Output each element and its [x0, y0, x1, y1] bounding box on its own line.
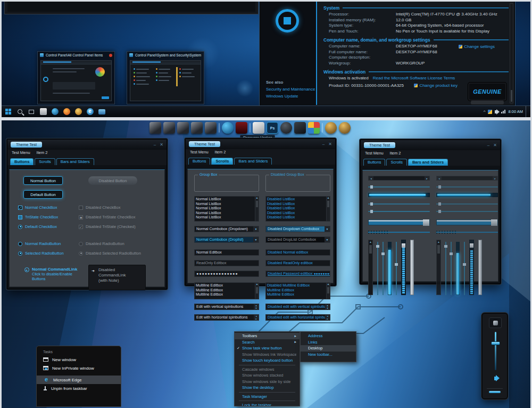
scrollbar-thumb[interactable]: [256, 201, 258, 207]
context-menu-item[interactable]: Task Manager: [235, 394, 300, 400]
context-menu-item[interactable]: Show windows side by side: [235, 379, 300, 385]
tab-scrolls[interactable]: Scrolls: [35, 158, 55, 165]
menu-test-menu[interactable]: Test Menu: [190, 150, 209, 156]
search-button[interactable]: [16, 108, 23, 116]
radio-selected[interactable]: Selected RadioButton: [18, 251, 64, 256]
context-menu-item[interactable]: Lock the taskbar: [235, 402, 300, 406]
listbox-normal[interactable]: Normal ListBoxNormal ListBoxNormal ListB…: [194, 196, 259, 222]
link-windows-update[interactable]: Windows Update: [266, 93, 315, 100]
checkbox-tristate[interactable]: TriState CheckBox: [18, 215, 58, 219]
scrollbar-thumb[interactable]: [511, 90, 512, 102]
jumplist-unpin[interactable]: Unpin from taskbar: [37, 384, 121, 393]
multiline-editbox[interactable]: Multiline EditboxMultiline EditboxMultil…: [194, 282, 259, 299]
editbox-password[interactable]: ●●●●●●●●●●●●●●●: [194, 271, 259, 277]
context-menu-item[interactable]: Show touch keyboard button: [235, 357, 300, 364]
context-menu-item[interactable]: Show windows stacked: [235, 372, 300, 379]
commandlink-normal[interactable]: ▸ Normal CommandLink Click to disable/En…: [32, 267, 85, 281]
mixer-link[interactable]: [487, 388, 503, 395]
tick-slider[interactable]: [368, 230, 430, 234]
checkbox-default[interactable]: Default CheckBox: [18, 224, 57, 229]
close-button[interactable]: ✕: [328, 142, 332, 146]
vertical-slider[interactable]: [383, 242, 384, 295]
context-menu-item[interactable]: [239, 401, 295, 401]
dock-icon[interactable]: Ps: [267, 122, 278, 134]
change-product-key-link[interactable]: Change product key: [414, 83, 458, 89]
start-button[interactable]: [4, 108, 12, 116]
slider[interactable]: [368, 211, 430, 212]
horizontal-scrollbar[interactable]: ◂▸: [368, 176, 430, 181]
normal-button[interactable]: Normal Button: [23, 176, 63, 185]
context-menu-item[interactable]: Toolbars ▸: [235, 333, 300, 339]
scrollbar-thumb[interactable]: [256, 287, 258, 293]
chevron-down-icon[interactable]: ▼: [253, 226, 259, 232]
dock-icon[interactable]: [339, 122, 351, 134]
dock-icon[interactable]: [219, 123, 220, 133]
taskbar-thumbnail-2[interactable]: Control Panel\System and Security\System: [127, 51, 204, 104]
scrollbar[interactable]: ▲: [255, 197, 259, 221]
jumplist-new-inprivate[interactable]: New InPrivate window: [37, 364, 121, 372]
link-security-maintenance[interactable]: Security and Maintenance: [266, 86, 315, 93]
close-button[interactable]: ✕: [493, 143, 497, 148]
taskbar-app-firefox[interactable]: [63, 108, 70, 116]
listbox-item[interactable]: Normal ListBox: [196, 215, 257, 220]
submenu-item[interactable]: Address: [301, 333, 356, 339]
dock-icon[interactable]: [191, 122, 203, 134]
dock-icon[interactable]: [294, 122, 306, 134]
close-button[interactable]: ✕: [160, 143, 163, 147]
spinner-buttons[interactable]: ◂▸: [254, 315, 259, 320]
titlebar[interactable]: Theme Test –✕: [361, 140, 500, 150]
context-menu-item[interactable]: Search ▸: [235, 339, 300, 346]
context-menu-item[interactable]: ✓ Show task view button: [235, 345, 300, 352]
spin-edit-vertical[interactable]: Edit with vertical spinbuttons▲▼: [194, 304, 259, 310]
scrollbar[interactable]: [510, 3, 513, 103]
dock-icon[interactable]: [280, 122, 292, 134]
volume-slider-thumb[interactable]: [491, 341, 500, 345]
license-terms-link[interactable]: Read the Microsoft Software License Term…: [373, 76, 455, 81]
taskbar-app-3[interactable]: [74, 108, 82, 116]
tab-bars-sliders[interactable]: Bars and Sliders: [234, 158, 272, 165]
tab-buttons[interactable]: Buttons: [188, 158, 210, 165]
jumplist-new-window[interactable]: New window: [37, 355, 121, 364]
checkbox-normal[interactable]: ✓Normal CheckBox: [18, 205, 57, 210]
change-settings-link[interactable]: Change settings: [459, 44, 495, 49]
context-menu-item[interactable]: [239, 392, 295, 393]
show-desktop-button[interactable]: [526, 106, 528, 118]
submenu-item[interactable]: Desktop: [301, 345, 356, 352]
context-menu-item[interactable]: [239, 365, 295, 365]
menu-item-2[interactable]: Item 2: [390, 151, 401, 157]
dock-icon[interactable]: [308, 122, 320, 134]
submenu-item[interactable]: Links: [301, 339, 356, 346]
listbox-item[interactable]: Normal ListBox: [196, 202, 257, 207]
tab-scrolls[interactable]: Scrolls: [211, 158, 233, 165]
tab-bars-sliders[interactable]: Bars and Sliders: [56, 158, 94, 165]
minimize-button[interactable]: –: [487, 143, 489, 148]
radio-normal[interactable]: Normal RadioButton: [18, 241, 61, 246]
taskbar-thumbnail-1[interactable]: Control Panel\All Control Panel Items: [37, 51, 115, 104]
combobox-dropdown[interactable]: Normal Combobox (Dropdown)▼: [194, 226, 259, 232]
dock-icon[interactable]: [322, 123, 323, 133]
dock-icon[interactable]: [205, 122, 217, 134]
taskbar-app-2[interactable]: [51, 108, 59, 116]
volume-device-button[interactable]: [489, 317, 502, 328]
dock-icon[interactable]: [236, 122, 247, 134]
context-menu-item[interactable]: Show the desktop: [235, 385, 300, 391]
scrollbar-thumb[interactable]: [369, 245, 372, 254]
dock-icon[interactable]: [149, 122, 161, 134]
dock-icon[interactable]: [325, 122, 337, 134]
taskbar-app-1[interactable]: [39, 108, 47, 116]
jumplist-app[interactable]: eMicrosoft Edge: [37, 376, 121, 384]
menu-test-menu[interactable]: Test Menu: [12, 150, 30, 157]
task-view-button[interactable]: [28, 108, 35, 116]
dock-icon[interactable]: [222, 122, 234, 134]
taskbar-app-folder[interactable]: [98, 108, 105, 116]
titlebar[interactable]: Theme Test –✕: [7, 140, 167, 150]
volume-mute-button[interactable]: [490, 373, 501, 383]
close-icon[interactable]: [109, 54, 112, 57]
listbox-item[interactable]: Normal ListBox: [196, 197, 257, 202]
menu-test-menu[interactable]: Test Menu: [365, 151, 384, 157]
context-menu-item[interactable]: Show Windows Ink Workspace button: [235, 352, 300, 358]
taskbar-app-edge[interactable]: e: [86, 108, 94, 116]
spinner-buttons[interactable]: ▲▼: [254, 304, 259, 309]
slider-with-thumb[interactable]: [368, 219, 430, 225]
spin-edit-horizontal[interactable]: Edit with horizontal spinbuttons◂▸: [194, 314, 259, 321]
